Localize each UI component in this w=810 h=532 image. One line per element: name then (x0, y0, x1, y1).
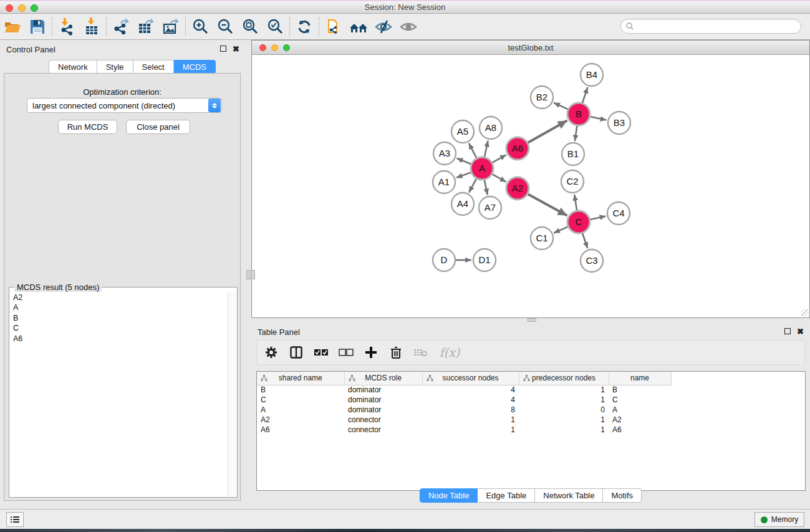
show-log-button[interactable] (6, 512, 24, 527)
tab-network[interactable]: Network (49, 60, 97, 74)
graph-edge-B-B3[interactable] (591, 117, 607, 120)
mcds-result-list[interactable]: A2 A B C A6 (11, 293, 227, 496)
hide-selected-button[interactable] (371, 16, 396, 38)
graph-node-B3[interactable]: B3 (608, 112, 630, 134)
list-item[interactable]: B (13, 313, 227, 323)
delete-table-button[interactable] (413, 344, 429, 360)
tab-node-table[interactable]: Node Table (420, 488, 478, 503)
graph-edge-B-B4[interactable] (582, 87, 587, 103)
close-panel-button[interactable]: Close panel (126, 120, 190, 134)
graph-node-A8[interactable]: A8 (480, 117, 502, 139)
tab-mcds[interactable]: MCDS (174, 60, 216, 74)
tab-edge-table[interactable]: Edge Table (478, 488, 535, 503)
home-button[interactable] (346, 16, 371, 38)
graph-edge-A-A8[interactable] (485, 141, 488, 157)
graph-edge-A-A7[interactable] (485, 180, 488, 195)
run-mcds-button[interactable]: Run MCDS (58, 120, 117, 134)
column-header-mcds-role[interactable]: MCDS role (344, 372, 422, 385)
graph-node-A1[interactable]: A1 (433, 171, 455, 193)
table-row[interactable]: A2connector 11 A2 (257, 415, 671, 425)
graph-node-A6[interactable]: A6 (506, 137, 529, 160)
close-panel-icon[interactable]: ✖ (233, 45, 239, 53)
zoom-fit-button[interactable] (238, 16, 263, 38)
graph-node-D1[interactable]: D1 (473, 249, 496, 271)
export-network-button[interactable] (108, 16, 133, 38)
float-panel-icon[interactable] (220, 46, 226, 52)
tab-style[interactable]: Style (97, 60, 133, 74)
graph-edge-C-C2[interactable] (574, 195, 577, 210)
table-row[interactable]: A6connector 11 A6 (257, 425, 671, 435)
graph-node-C4[interactable]: C4 (607, 202, 630, 225)
graph-edge-A-A1[interactable] (456, 172, 471, 177)
column-header-shared-name[interactable]: shared name (257, 372, 344, 385)
graph-edge-A-A3[interactable] (456, 158, 471, 164)
search-input[interactable] (634, 20, 801, 32)
graph-node-B[interactable]: B (567, 103, 590, 125)
memory-button[interactable]: Memory (755, 512, 804, 527)
function-builder-button[interactable]: f(x) (438, 344, 461, 360)
network-window-grip[interactable] (251, 270, 255, 279)
graph-node-B4[interactable]: B4 (581, 64, 603, 86)
export-image-button[interactable] (158, 16, 183, 38)
new-network-from-selection-button[interactable] (321, 16, 346, 38)
zoom-out-button[interactable] (213, 16, 238, 38)
network-canvas[interactable]: B4B2BB3A8A5A6A3B1AA1C2A2A4A7C4CC1C3DD1 (252, 55, 809, 317)
float-table-panel-icon[interactable] (784, 328, 791, 334)
graph-node-A7[interactable]: A7 (479, 196, 501, 219)
list-item[interactable]: A6 (13, 334, 227, 344)
table-row[interactable]: Cdominator 41 C (257, 395, 671, 405)
graph-edge-B-B1[interactable] (575, 126, 577, 141)
tab-select[interactable]: Select (133, 60, 174, 74)
delete-column-button[interactable] (388, 344, 404, 360)
graph-edge-A-A5[interactable] (469, 143, 476, 158)
graph-edge-A2-C[interactable] (528, 194, 567, 216)
import-table-button[interactable] (79, 16, 104, 38)
add-column-button[interactable] (363, 344, 379, 360)
network-graph[interactable]: B4B2BB3A8A5A6A3B1AA1C2A2A4A7C4CC1C3DD1 (252, 55, 809, 317)
column-header-predecessor-nodes[interactable]: predecessor nodes (519, 372, 609, 385)
save-session-button[interactable] (25, 16, 50, 38)
graph-node-B1[interactable]: B1 (562, 143, 584, 165)
column-header-name[interactable]: name (609, 372, 671, 385)
list-item[interactable]: A (13, 302, 227, 312)
graph-node-C2[interactable]: C2 (561, 170, 584, 193)
node-table[interactable]: shared name MCDS role successor nodes pr… (257, 372, 672, 435)
zoom-in-button[interactable] (188, 16, 213, 38)
list-item[interactable]: C (13, 323, 227, 333)
horizontal-splitter-grip[interactable] (528, 318, 536, 322)
graph-node-A3[interactable]: A3 (433, 142, 456, 165)
graph-edge-A-A4[interactable] (469, 179, 476, 193)
graph-node-A4[interactable]: A4 (451, 193, 474, 215)
table-settings-button[interactable] (263, 344, 279, 360)
graph-edge-C-C4[interactable] (591, 216, 606, 219)
table-row[interactable]: Adominator 80 A (257, 405, 671, 415)
vertical-splitter-grip[interactable] (246, 270, 251, 279)
graph-node-B2[interactable]: B2 (531, 86, 553, 109)
close-table-panel-icon[interactable]: ✖ (797, 327, 804, 336)
deselect-all-columns-button[interactable] (338, 344, 354, 360)
import-network-button[interactable] (54, 16, 79, 38)
network-window-titlebar[interactable]: testGlobe.txt (252, 41, 809, 55)
select-all-columns-button[interactable] (313, 344, 329, 360)
refresh-button[interactable] (292, 16, 317, 38)
graph-edge-B-B2[interactable] (554, 103, 568, 109)
graph-edge-A-A2[interactable] (493, 174, 506, 181)
graph-edge-A6-B[interactable] (528, 120, 567, 142)
graph-edge-A-A6[interactable] (493, 155, 506, 162)
result-scrollbar[interactable] (228, 292, 236, 496)
export-table-button[interactable] (133, 16, 158, 38)
column-header-successor-nodes[interactable]: successor nodes (422, 372, 519, 385)
graph-node-C1[interactable]: C1 (531, 227, 553, 249)
graph-node-A2[interactable]: A2 (506, 177, 529, 200)
graph-edge-C-C1[interactable] (554, 227, 567, 233)
show-all-button[interactable] (396, 16, 421, 38)
graph-node-C3[interactable]: C3 (581, 249, 603, 272)
window-resize-handle[interactable] (801, 309, 809, 317)
open-session-button[interactable] (0, 16, 25, 38)
graph-node-C[interactable]: C (567, 211, 590, 233)
split-columns-button[interactable] (288, 344, 304, 360)
criterion-dropdown[interactable]: largest connected component (directed) (27, 98, 222, 113)
graph-node-A[interactable]: A (471, 157, 493, 180)
graph-node-A5[interactable]: A5 (451, 120, 474, 143)
tab-motifs[interactable]: Motifs (603, 488, 642, 503)
